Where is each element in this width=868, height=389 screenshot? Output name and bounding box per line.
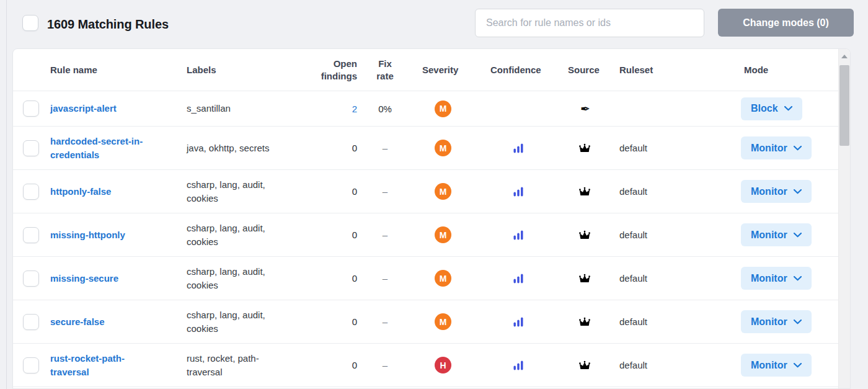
rules-table-card: Rule name Labels Open findings Fix rate … [12, 48, 851, 389]
fix-rate-value: – [383, 186, 388, 197]
rule-labels: csharp, lang, audit, cookies [187, 308, 288, 336]
search-input[interactable] [475, 9, 704, 37]
vertical-scrollbar[interactable] [838, 49, 850, 388]
crown-icon [579, 274, 590, 283]
select-all-checkbox[interactable] [22, 15, 38, 31]
mode-dropdown-label: Block [751, 103, 778, 114]
severity-badge: M [435, 183, 451, 200]
mode-dropdown-label: Monitor [751, 230, 787, 241]
open-findings-value[interactable]: 2 [352, 104, 357, 114]
confidence-bars-icon [513, 274, 524, 284]
mode-dropdown-label: Monitor [751, 143, 787, 154]
rule-labels: csharp, lang, audit, cookies [187, 178, 288, 205]
chevron-down-icon [794, 363, 802, 368]
rule-name-link[interactable]: hardcoded-secret-in-credentials [50, 135, 159, 162]
ruleset-value: default [619, 230, 647, 240]
mode-dropdown[interactable]: Monitor [741, 267, 812, 290]
column-header-confidence: Confidence [487, 49, 562, 91]
table-row: rust-rocket-path-traversal rust, rocket,… [13, 344, 839, 387]
rule-name-link[interactable]: httponly-false [50, 185, 111, 199]
severity-badge: H [435, 357, 451, 373]
open-findings-value: 0 [352, 360, 357, 370]
scrollbar-up-arrow-icon[interactable] [841, 55, 848, 58]
severity-badge: M [435, 140, 451, 156]
table-row: javascript-alert s_santillan 2 0% M ✒ Bl… [13, 91, 839, 127]
confidence-bars-icon [513, 317, 524, 327]
rule-name-link[interactable]: missing-secure [50, 272, 118, 285]
column-header-open-findings: Open findings [312, 58, 357, 83]
severity-badge: M [435, 270, 451, 287]
header-checkbox-spacer [13, 49, 50, 91]
mode-dropdown[interactable]: Monitor [741, 136, 812, 159]
row-checkbox[interactable] [23, 184, 39, 200]
fix-rate-value: – [383, 143, 388, 153]
confidence-bars-icon [513, 187, 524, 197]
fix-rate-value: – [383, 273, 388, 284]
rule-labels: csharp, lang, audit, cookies [187, 221, 288, 249]
rule-name-link[interactable]: secure-false [50, 315, 105, 329]
ruleset-value: default [619, 273, 647, 284]
row-checkbox[interactable] [23, 101, 39, 117]
ruleset-value: default [619, 316, 647, 327]
rule-labels: csharp, lang, audit, cookies [187, 265, 288, 292]
chevron-down-icon [794, 320, 802, 324]
column-header-mode: Mode [744, 64, 768, 76]
row-checkbox[interactable] [23, 314, 39, 330]
crown-icon [579, 360, 590, 370]
confidence-bars-icon [513, 360, 524, 370]
column-header-ruleset: Ruleset [618, 49, 717, 91]
mode-dropdown[interactable]: Block [741, 97, 802, 120]
column-header-source: Source [562, 49, 618, 91]
open-findings-value: 0 [352, 316, 357, 327]
fix-rate-value: – [383, 230, 388, 240]
column-header-fix-rate: Fix rate [373, 58, 397, 83]
table-row: httponly-false csharp, lang, audit, cook… [13, 170, 839, 213]
ruleset-value: default [619, 143, 647, 153]
severity-badge: M [435, 101, 451, 117]
rule-labels: rust, rocket, path-traversal [187, 352, 288, 379]
rule-name-link[interactable]: javascript-alert [50, 102, 117, 115]
row-checkbox[interactable] [23, 227, 39, 243]
rule-labels: java, okhttp, secrets [187, 141, 269, 155]
severity-badge: M [435, 313, 451, 330]
rule-labels: s_santillan [187, 102, 231, 115]
rules-topbar: 1609 Matching Rules Change modes (0) [0, 0, 868, 48]
fix-rate-value: 0% [378, 104, 392, 114]
ruleset-value: default [619, 360, 647, 370]
row-checkbox[interactable] [23, 271, 39, 287]
column-header-labels: Labels [187, 49, 295, 91]
crown-icon [579, 230, 590, 239]
chevron-down-icon [794, 233, 802, 238]
table-row: secure-false csharp, lang, audit, cookie… [13, 300, 839, 344]
chevron-down-icon [794, 276, 802, 281]
row-checkbox[interactable] [23, 140, 39, 156]
mode-dropdown[interactable]: Monitor [741, 310, 812, 333]
change-modes-button[interactable]: Change modes (0) [718, 9, 854, 37]
table-row: missing-secure csharp, lang, audit, cook… [13, 257, 839, 300]
open-findings-value: 0 [352, 230, 357, 240]
severity-badge: M [435, 226, 451, 243]
mode-dropdown[interactable]: Monitor [741, 354, 812, 377]
row-checkbox[interactable] [23, 357, 39, 373]
crown-icon [579, 317, 590, 326]
chevron-down-icon [794, 189, 802, 194]
table-row: missing-httponly csharp, lang, audit, co… [13, 213, 839, 257]
page-title: 1609 Matching Rules [47, 17, 169, 32]
open-findings-value: 0 [352, 273, 357, 284]
column-header-rule-name: Rule name [50, 49, 187, 91]
column-header-severity: Severity [413, 49, 487, 91]
open-findings-value: 0 [352, 143, 357, 153]
page-left-divider [6, 0, 7, 389]
mode-dropdown[interactable]: Monitor [741, 180, 812, 203]
mode-dropdown[interactable]: Monitor [741, 223, 812, 246]
fix-rate-value: – [383, 316, 388, 327]
rule-name-link[interactable]: rust-rocket-path-traversal [50, 352, 159, 379]
crown-icon [579, 187, 590, 196]
crown-icon [579, 143, 590, 153]
table-body: javascript-alert s_santillan 2 0% M ✒ Bl… [13, 91, 850, 387]
scrollbar-thumb[interactable] [839, 65, 849, 146]
mode-dropdown-label: Monitor [751, 316, 787, 328]
rule-name-link[interactable]: missing-httponly [50, 228, 125, 242]
table-row: hardcoded-secret-in-credentials java, ok… [13, 127, 839, 170]
confidence-bars-icon [513, 143, 524, 153]
